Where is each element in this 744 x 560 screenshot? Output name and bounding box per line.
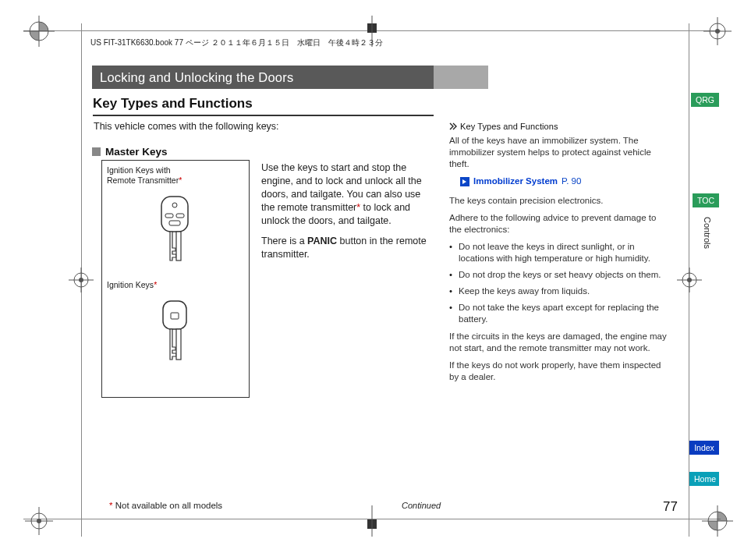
chapter-title: Locking and Unlocking the Doors [100, 70, 293, 85]
sidebar-paragraph: Adhere to the following advice to preven… [449, 212, 671, 236]
footnote: * Not available on all models [109, 501, 222, 510]
key-plain-icon [140, 297, 210, 367]
sidebar-paragraph: If the keys do not work properly, have t… [449, 360, 671, 383]
registration-mark-icon [66, 264, 97, 296]
list-item: Do not drop the keys or set heavy object… [449, 269, 671, 281]
subsection-heading-text: Master Keys [105, 146, 168, 158]
figure-label-remote: Ignition Keys with Remote Transmitter* [107, 165, 182, 186]
intro-text: This vehicle comes with the following ke… [94, 121, 279, 132]
link-arrow-icon [460, 177, 469, 186]
body-paragraph: There is a PANIC button in the remote tr… [261, 235, 437, 261]
figure-label-ignition: Ignition Keys* [107, 280, 157, 290]
page-number: 77 [663, 499, 678, 515]
key-with-remote-icon [140, 192, 210, 266]
svg-rect-34 [176, 329, 181, 360]
registration-mark-icon [702, 505, 733, 537]
title-bar-shade [434, 66, 488, 89]
body-paragraph: Use the keys to start and stop the engin… [261, 161, 437, 227]
tab-index[interactable]: Index [689, 441, 719, 455]
chevron-right-icon [449, 122, 457, 130]
asterisk-icon: * [154, 280, 157, 289]
figure-label-line: Ignition Keys [107, 280, 154, 289]
figure-label-line: Remote Transmitter [107, 175, 179, 185]
section-underline [93, 115, 434, 116]
sidebar-bullet-list: Do not leave the keys in direct sunlight… [449, 241, 671, 325]
section-title: Key Types and Functions [93, 96, 253, 112]
registration-mark-icon [702, 16, 733, 47]
side-label-controls: Controls [703, 217, 712, 249]
sidebar-paragraph: All of the keys have an immobilizer syst… [449, 135, 671, 170]
panic-label: PANIC [307, 236, 337, 246]
tab-qrg[interactable]: QRG [691, 93, 719, 107]
registration-mark-icon [674, 264, 705, 296]
registration-mark-icon [23, 16, 55, 47]
registration-mark-icon [23, 505, 55, 537]
tab-toc[interactable]: TOC [693, 193, 719, 207]
tab-home[interactable]: Home [689, 472, 719, 486]
list-item: Do not leave the keys in direct sunlight… [449, 241, 671, 264]
subsection-heading: Master Keys [92, 146, 168, 158]
registration-mark-icon [356, 505, 388, 537]
svg-rect-31 [176, 232, 181, 261]
body-column: Use the keys to start and stop the engin… [261, 161, 437, 269]
asterisk-icon: * [179, 175, 182, 185]
cross-reference-link[interactable]: Immobilizer System P. 90 [460, 175, 671, 187]
sidebar-paragraph: If the circuits in the keys are damaged,… [449, 331, 671, 354]
footnote-text: Not available on all models [112, 501, 222, 510]
sidebar-column: Key Types and Functions All of the keys … [449, 121, 671, 388]
sidebar-heading: Key Types and Functions [449, 121, 671, 132]
sidebar-heading-text: Key Types and Functions [460, 121, 558, 132]
figure-label-line: Ignition Keys with [107, 165, 171, 175]
chapter-title-bar: Locking and Unlocking the Doors [92, 66, 434, 89]
list-item: Do not take the keys apart except for re… [449, 302, 671, 325]
svg-rect-32 [163, 301, 186, 329]
continued-label: Continued [402, 501, 441, 510]
list-item: Keep the keys away from liquids. [449, 285, 671, 297]
page-meta-header: US FIT-31TK6630.book 77 ページ ２０１１年６月１５日 水… [90, 37, 383, 48]
link-page: P. 90 [562, 175, 581, 187]
link-text: Immobilizer System [473, 175, 558, 187]
figure-box: Ignition Keys with Remote Transmitter* I… [101, 160, 250, 398]
body-text: There is a [261, 236, 307, 246]
square-bullet-icon [92, 147, 101, 156]
sidebar-paragraph: The keys contain precision electronics. [449, 195, 671, 207]
